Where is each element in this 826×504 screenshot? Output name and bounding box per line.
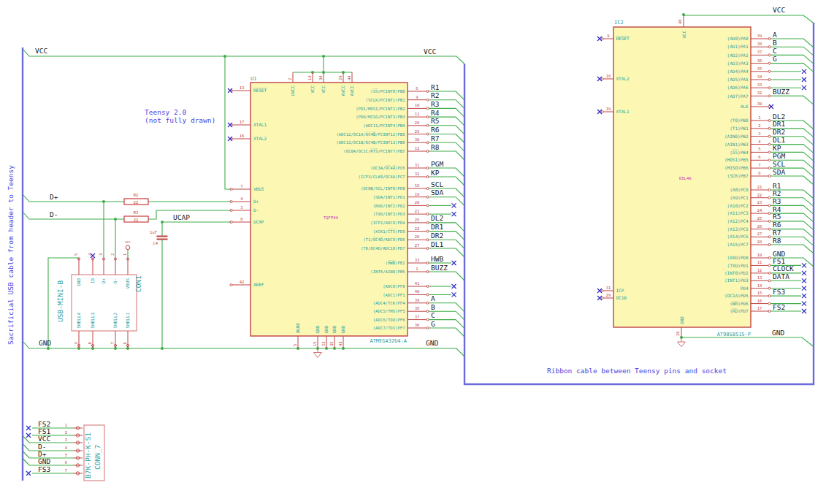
pin-name: GND: [332, 325, 337, 333]
net-label-vcc-ic2[interactable]: VCC: [773, 6, 785, 14]
pin-number: 6: [65, 460, 67, 465]
pin-number: 21: [415, 209, 420, 213]
net-label-gnd-left[interactable]: GND: [39, 339, 51, 347]
net-label[interactable]: G: [773, 55, 777, 63]
u1-symbol[interactable]: U1 ATMEGA32U4-A TQFP44 8 (S̅S̅/PCINT0)PB…: [228, 72, 464, 348]
net-label[interactable]: R5: [431, 117, 439, 125]
note-teensy-line2[interactable]: (not fully drawn): [145, 116, 215, 124]
pin-end: [768, 38, 770, 40]
net-label[interactable]: C: [431, 311, 435, 319]
net-label[interactable]: KP: [773, 144, 781, 152]
note-ribbon-cable[interactable]: Ribbon cable between Teensy pins and soc…: [547, 367, 727, 375]
net-label[interactable]: DR2: [773, 128, 785, 136]
net-label[interactable]: FS1: [773, 257, 785, 265]
no-connect-x-icon: [802, 278, 806, 283]
r2-resistor[interactable]: R2 22: [124, 193, 148, 205]
net-label[interactable]: PGM: [431, 160, 443, 168]
net-label[interactable]: R5: [773, 213, 781, 221]
pin-number: 19: [606, 107, 611, 111]
net-label[interactable]: GND: [38, 457, 50, 465]
pin-number: 37: [757, 50, 762, 54]
wire-to-bus: [770, 47, 814, 56]
net-label[interactable]: DL1: [431, 240, 443, 248]
net-label[interactable]: R6: [431, 126, 440, 134]
pin-end: [427, 286, 429, 288]
pin-name: XTAL1: [616, 109, 630, 114]
net-label[interactable]: A: [431, 294, 435, 302]
pin-name: D+: [253, 199, 259, 204]
net-label-dplus[interactable]: D+: [50, 193, 58, 201]
net-label[interactable]: R1: [773, 182, 781, 190]
con1-symbol[interactable]: USB-MINI-B CON1 5 GND 4 ID 3 D+: [56, 253, 142, 348]
pin-number: 1: [123, 253, 127, 256]
pin-number: 11: [757, 260, 762, 264]
c4-capacitor[interactable]: 1uF C4: [150, 230, 167, 245]
net-label[interactable]: R3: [773, 197, 781, 205]
pin-end: [768, 175, 770, 177]
net-label[interactable]: DR1: [773, 120, 785, 128]
net-label[interactable]: R4: [773, 205, 781, 213]
conn7-symbol[interactable]: B7K-PH-K-S1 CONN_7 FS2 1 FS1 2: [23, 420, 104, 481]
net-label[interactable]: CLOCK: [773, 264, 794, 272]
pin-number: 29: [415, 129, 420, 134]
net-label[interactable]: DL2: [773, 112, 785, 121]
net-label[interactable]: R1: [431, 83, 440, 91]
pin-name: R̅E̅S̅E̅T̅: [616, 36, 630, 41]
r3-resistor[interactable]: R3 22: [124, 210, 148, 222]
net-label[interactable]: R3: [431, 100, 439, 108]
no-connect: [770, 69, 806, 74]
net-label[interactable]: B: [431, 303, 435, 311]
net-label[interactable]: R4: [431, 109, 440, 117]
net-label[interactable]: SDA: [773, 168, 785, 176]
net-label[interactable]: BUZZ: [431, 264, 448, 272]
net-label[interactable]: VCC: [38, 435, 50, 443]
pin-end: [768, 205, 770, 207]
net-label[interactable]: HWB: [431, 255, 443, 263]
pin-name: R̅E̅S̅E̅T̅: [253, 88, 267, 93]
pin-number: 36: [415, 323, 420, 327]
net-label[interactable]: FS2: [773, 303, 785, 311]
net-label[interactable]: R7: [773, 229, 781, 237]
net-label[interactable]: B: [773, 39, 777, 47]
net-label-gnd-ic2[interactable]: GND: [772, 329, 784, 337]
net-label[interactable]: PGM: [773, 152, 785, 160]
pin-number: 2: [758, 123, 760, 128]
net-label[interactable]: R8: [773, 237, 781, 245]
net-label[interactable]: C: [773, 47, 777, 55]
net-label[interactable]: R2: [773, 189, 781, 197]
ic2-symbol[interactable]: IC2 AT90S8515-P DIL40 40 VCC 20 GND 39 (…: [597, 15, 814, 337]
pin-name: XTAL2: [616, 76, 630, 81]
pin-number: 7: [110, 342, 115, 344]
net-label[interactable]: GND: [773, 250, 785, 258]
pin-number: 3: [240, 205, 242, 210]
pin-number: 15: [757, 291, 762, 295]
net-label[interactable]: A: [773, 31, 777, 39]
net-label[interactable]: DATA: [773, 272, 789, 280]
net-label[interactable]: BUZZ: [773, 88, 789, 96]
net-label[interactable]: KP: [431, 169, 440, 177]
net-label-vcc-right[interactable]: VCC: [424, 47, 436, 56]
net-label-ucap[interactable]: UCAP: [173, 213, 190, 221]
net-label[interactable]: DL1: [773, 136, 785, 144]
net-label[interactable]: SCL: [773, 160, 785, 168]
net-label-dminus[interactable]: D-: [50, 210, 58, 218]
net-label[interactable]: DR1: [431, 223, 443, 231]
net-label[interactable]: SDA: [431, 188, 443, 196]
net-label[interactable]: R7: [431, 134, 439, 142]
note-usb-cable[interactable]: Sacrificial USB cable from header to Tee…: [7, 165, 15, 345]
net-label[interactable]: R6: [773, 221, 781, 229]
net-label[interactable]: R8: [431, 143, 440, 151]
net-label[interactable]: DR2: [431, 232, 443, 240]
u1-body[interactable]: [251, 83, 408, 336]
net-label[interactable]: FS3: [38, 465, 50, 473]
pin-name: (A9)PC1: [730, 195, 749, 200]
note-teensy-line1[interactable]: Teensy 2.0: [145, 108, 186, 116]
net-label-vcc-left[interactable]: VCC: [35, 47, 47, 55]
net-label[interactable]: SCL: [431, 180, 443, 188]
net-label[interactable]: R2: [431, 91, 439, 99]
net-label[interactable]: DL2: [431, 214, 443, 222]
pin-number: 29: [606, 293, 611, 297]
net-label[interactable]: G: [431, 320, 435, 328]
net-label-gnd-right[interactable]: GND: [426, 339, 438, 347]
net-label[interactable]: FS3: [773, 288, 785, 296]
